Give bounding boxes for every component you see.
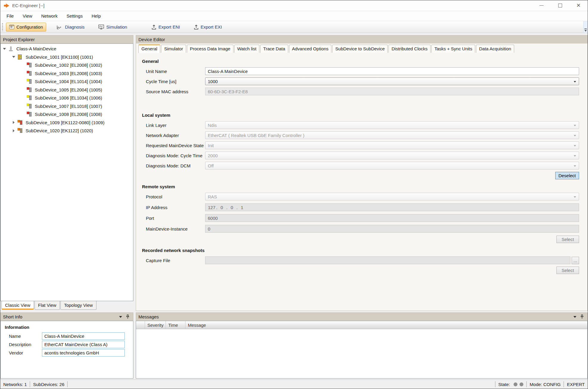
unit-name-input[interactable]: Class-A MainDevice bbox=[205, 67, 579, 75]
expander-icon[interactable] bbox=[3, 48, 6, 50]
terminal-icon bbox=[27, 79, 32, 84]
network-adapter-dropdown: EtherCAT ( Realtek USB GbE Family Contro… bbox=[205, 131, 579, 139]
vertical-splitter[interactable] bbox=[133, 35, 136, 379]
tab-trace-data[interactable]: Trace Data bbox=[260, 45, 288, 53]
capture-file-field bbox=[205, 256, 570, 264]
pin-icon[interactable] bbox=[126, 315, 130, 320]
configuration-button[interactable]: Configuration bbox=[6, 23, 46, 32]
tab-classic-view[interactable]: Classic View bbox=[1, 301, 34, 310]
tree-item[interactable]: Class-A MainDevice bbox=[1, 45, 133, 53]
terminal-icon bbox=[18, 128, 23, 133]
tree-item[interactable]: SubDevice_1020 [EK1122] (1020) bbox=[1, 127, 133, 135]
ip-address-field: 127. 0. 0. 1 bbox=[205, 203, 579, 211]
time-column-header[interactable]: Time bbox=[166, 321, 185, 329]
chevron-down-icon[interactable] bbox=[573, 316, 576, 318]
requested-state-dropdown: Init bbox=[205, 141, 579, 149]
diagnosis-button[interactable]: Diagnosis bbox=[54, 23, 88, 32]
tree-item[interactable]: SubDevice_1001 [EK1100] (1001) bbox=[1, 53, 133, 61]
message-column-header[interactable]: Message bbox=[185, 321, 587, 329]
menu-file[interactable]: File bbox=[2, 11, 18, 21]
pin-icon[interactable] bbox=[580, 315, 584, 320]
deselect-button[interactable]: Deselect bbox=[555, 172, 579, 179]
tree-item[interactable]: SubDevice_1008 [EL2008] (1008) bbox=[1, 110, 133, 119]
device-editor-title: Device Editor bbox=[138, 37, 165, 42]
tree-item[interactable]: SubDevice_1007 [EL1018] (1007) bbox=[1, 102, 133, 111]
cycle-time-dropdown[interactable]: 1000 bbox=[205, 77, 579, 85]
chevron-down-icon bbox=[574, 165, 576, 167]
expander-icon[interactable] bbox=[12, 56, 15, 58]
tree-item[interactable]: SubDevice_1006 [EL1034] (1006) bbox=[1, 94, 133, 102]
configuration-label: Configuration bbox=[16, 24, 43, 29]
menu-network[interactable]: Network bbox=[37, 11, 62, 21]
chevron-down-icon[interactable] bbox=[119, 316, 122, 318]
terminal-icon bbox=[27, 87, 32, 92]
description-label: Description bbox=[5, 342, 42, 347]
state-label: State: bbox=[495, 382, 513, 387]
toolbar-grip[interactable] bbox=[2, 23, 3, 31]
tree-item[interactable]: SubDevice_1003 [EL2008] (1003) bbox=[1, 69, 133, 78]
remote-select-button[interactable]: Select bbox=[556, 236, 579, 243]
chevron-down-icon bbox=[584, 30, 587, 32]
short-info-header: Short Info bbox=[0, 312, 133, 321]
local-system-heading: Local system bbox=[142, 113, 579, 118]
general-tab-content: General Unit Name Class-A MainDevice Cyc… bbox=[136, 53, 587, 274]
capture-file-label: Capture File bbox=[142, 258, 205, 263]
chevron-down-icon bbox=[574, 125, 576, 126]
terminal-icon bbox=[27, 63, 32, 68]
app-logo-icon bbox=[4, 4, 9, 8]
subdevices-count: SubDevices: 26 bbox=[30, 382, 67, 387]
project-explorer-header: Project Explorer bbox=[0, 35, 133, 43]
tab-advanced-options[interactable]: Advanced Options bbox=[289, 45, 332, 53]
simulation-button[interactable]: Simulation bbox=[95, 23, 130, 32]
tab-tasks-sync-units[interactable]: Tasks + Sync Units bbox=[431, 45, 475, 53]
status-bar: Networks: 1 SubDevices: 26 State: Mode: … bbox=[0, 379, 588, 389]
tree-item[interactable]: SubDevice_1004 [EL1014] (1004) bbox=[1, 77, 133, 86]
tab-watch-list[interactable]: Watch list bbox=[234, 45, 259, 53]
icon-column-header[interactable] bbox=[136, 321, 145, 329]
state-dot bbox=[520, 382, 523, 386]
severity-column-header[interactable]: Severity bbox=[145, 321, 166, 329]
chevron-down-icon bbox=[574, 155, 576, 157]
snapshot-select-button[interactable]: Select bbox=[556, 267, 579, 274]
tab-subdevice-to-subdevice[interactable]: SubDevice to SubDevice bbox=[332, 45, 388, 53]
expander-icon[interactable] bbox=[13, 121, 15, 124]
maindevice-instance-label: MainDevice-Instance bbox=[142, 226, 205, 231]
name-field[interactable]: Class-A MainDevice bbox=[42, 332, 125, 340]
export-exi-button[interactable]: Export EXI bbox=[191, 23, 225, 32]
tree-item[interactable]: SubDevice_1005 [EL2004] (1005) bbox=[1, 86, 133, 94]
expert-mode-indicator: EXPERT bbox=[564, 382, 588, 387]
close-button[interactable]: ✕ bbox=[569, 0, 588, 11]
tab-data-acquisition[interactable]: Data Acquisition bbox=[476, 45, 514, 53]
cycle-time-value: 1000 bbox=[208, 79, 218, 84]
tab-simulator[interactable]: Simulator bbox=[161, 45, 186, 53]
menu-settings[interactable]: Settings bbox=[62, 11, 87, 21]
description-field[interactable]: EtherCAT MainDevice (Class A) bbox=[42, 341, 125, 348]
toolbar-overflow-button[interactable] bbox=[583, 21, 588, 33]
tab-process-data-image[interactable]: Process Data Image bbox=[187, 45, 233, 53]
tree-item-label: SubDevice_1006 [EL1034] (1006) bbox=[35, 95, 102, 100]
coupler-icon bbox=[18, 55, 23, 60]
vendor-field[interactable]: acontis technologies GmbH bbox=[42, 349, 125, 357]
menu-view[interactable]: View bbox=[18, 11, 37, 21]
link-layer-value: Ndis bbox=[208, 123, 217, 128]
export-eni-button[interactable]: Export ENI bbox=[149, 23, 183, 32]
tree-item[interactable]: SubDevice_1002 [EL2008] (1002) bbox=[1, 61, 133, 69]
remote-system-heading: Remote system bbox=[142, 184, 579, 189]
maximize-button[interactable] bbox=[551, 0, 569, 11]
tree-item-label: Class-A MainDevice bbox=[16, 46, 56, 51]
menu-help[interactable]: Help bbox=[87, 11, 105, 21]
mode-indicator: Mode: CONFIG bbox=[527, 382, 564, 387]
tab-general[interactable]: General bbox=[138, 44, 160, 53]
port-label: Port bbox=[142, 216, 205, 221]
tree-item[interactable]: SubDevice_1009 [EK1122-0080] (1009) bbox=[1, 119, 133, 127]
expander-icon[interactable] bbox=[13, 129, 15, 132]
tab-topology-view[interactable]: Topology View bbox=[60, 301, 96, 310]
export-eni-label: Export ENI bbox=[158, 24, 180, 29]
terminal-icon bbox=[27, 71, 32, 76]
tab-flat-view[interactable]: Flat View bbox=[35, 301, 60, 310]
simulation-icon bbox=[98, 24, 104, 29]
general-section-heading: General bbox=[142, 59, 579, 64]
tab-distributed-clocks[interactable]: Distributed Clocks bbox=[389, 45, 431, 53]
browse-button[interactable]: ... bbox=[572, 257, 579, 264]
minimize-button[interactable] bbox=[532, 0, 551, 11]
